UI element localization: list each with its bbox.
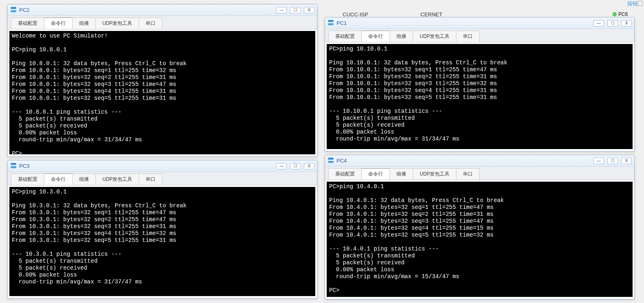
minimize-button[interactable]: —: [276, 163, 287, 169]
terminal-output[interactable]: Welcome to use PC Simulator! PC>ping 10.…: [9, 31, 315, 154]
topology-node-pc6[interactable]: PC6: [613, 11, 628, 17]
window-title: PC1: [336, 20, 593, 26]
tab-udp[interactable]: UDP发包工具: [95, 173, 139, 185]
tab-multicast[interactable]: 组播: [389, 168, 413, 180]
terminal-output[interactable]: PC>ping 10.4.0.1 Ping 10.4.0.1: 32 data …: [327, 182, 633, 297]
tab-udp[interactable]: UDP发包工具: [413, 168, 456, 180]
app-icon: [10, 7, 17, 13]
tab-udp[interactable]: UDP发包工具: [413, 31, 456, 42]
side-box: [638, 1, 643, 6]
tab-serial[interactable]: 串口: [456, 168, 480, 180]
terminal-output[interactable]: PC>ping 10.10.0.1 Ping 10.10.0.1: 32 dat…: [327, 44, 633, 149]
window-title: PC3: [19, 163, 276, 169]
tab-multicast[interactable]: 组播: [72, 173, 96, 185]
tab-basic[interactable]: 基础配置: [11, 173, 44, 185]
titlebar[interactable]: PC4 — ☐ X: [325, 155, 634, 167]
titlebar[interactable]: PC2 — ☐ X: [8, 4, 317, 16]
titlebar[interactable]: PC1 — ☐ X: [325, 18, 634, 29]
tab-bar: 基础配置 命令行 组播 UDP发包工具 串口: [325, 167, 634, 180]
tab-serial[interactable]: 串口: [139, 173, 162, 185]
window-title: PC4: [336, 158, 593, 164]
tab-multicast[interactable]: 组播: [389, 31, 413, 42]
maximize-button[interactable]: ☐: [607, 20, 618, 26]
bg-label-cucc: CUCC-ISP: [343, 11, 368, 18]
maximize-button[interactable]: ☐: [290, 163, 301, 169]
minimize-button[interactable]: —: [593, 20, 604, 26]
window-pc3: PC3 — ☐ X 基础配置 命令行 组播 UDP发包工具 串口 PC>ping…: [7, 160, 317, 299]
node-status-icon: [613, 12, 617, 16]
close-button[interactable]: X: [304, 163, 314, 169]
bg-label-cernet: CERNET: [420, 11, 442, 18]
titlebar[interactable]: PC3 — ☐ X: [8, 160, 317, 172]
tab-cmd[interactable]: 命令行: [361, 31, 390, 42]
tab-basic[interactable]: 基础配置: [328, 31, 362, 42]
bg-button-label: 按钮: [627, 0, 638, 7]
tab-serial[interactable]: 串口: [139, 18, 162, 29]
node-label: PC6: [618, 11, 628, 17]
app-icon: [328, 158, 334, 164]
tab-cmd[interactable]: 命令行: [44, 173, 73, 185]
tab-cmd[interactable]: 命令行: [44, 18, 73, 29]
tab-basic[interactable]: 基础配置: [328, 168, 362, 180]
tab-bar: 基础配置 命令行 组播 UDP发包工具 串口: [325, 29, 634, 42]
app-icon: [10, 163, 17, 169]
tab-multicast[interactable]: 组播: [72, 18, 96, 29]
terminal-output[interactable]: PC>ping 10.3.0.1 Ping 10.3.0.1: 32 data …: [9, 187, 315, 296]
minimize-button[interactable]: —: [276, 7, 287, 13]
tab-bar: 基础配置 命令行 组播 UDP发包工具 串口: [8, 172, 317, 185]
close-button[interactable]: X: [621, 158, 632, 164]
side-panel-edge: [638, 1, 644, 6]
tab-udp[interactable]: UDP发包工具: [95, 18, 139, 29]
window-pc4: PC4 — ☐ X 基础配置 命令行 组播 UDP发包工具 串口 PC>ping…: [325, 155, 635, 299]
maximize-button[interactable]: ☐: [290, 7, 301, 13]
minimize-button[interactable]: —: [593, 158, 604, 164]
tab-bar: 基础配置 命令行 组播 UDP发包工具 串口: [8, 16, 317, 29]
close-button[interactable]: X: [621, 20, 632, 26]
window-title: PC2: [19, 7, 276, 13]
tab-basic[interactable]: 基础配置: [11, 18, 44, 29]
tab-serial[interactable]: 串口: [456, 31, 480, 42]
window-pc2: PC2 — ☐ X 基础配置 命令行 组播 UDP发包工具 串口 Welcome…: [7, 4, 317, 157]
tab-cmd[interactable]: 命令行: [361, 168, 390, 180]
app-icon: [328, 20, 334, 26]
maximize-button[interactable]: ☐: [607, 158, 618, 164]
window-pc1: PC1 — ☐ X 基础配置 命令行 组播 UDP发包工具 串口 PC>ping…: [325, 17, 635, 152]
close-button[interactable]: X: [304, 7, 314, 13]
